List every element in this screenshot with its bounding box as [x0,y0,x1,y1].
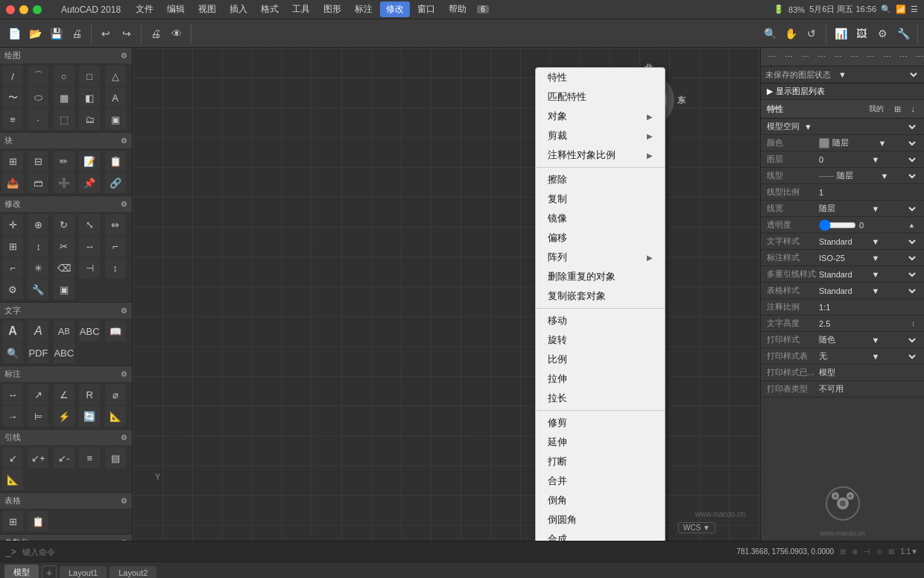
move-icon[interactable]: ✛ [2,214,23,235]
menu-trim[interactable]: 修剪 [536,413,665,433]
menu-icon[interactable]: ☰ [911,4,918,14]
sidebar-draw-header[interactable]: 绘图 ⚙ [0,48,132,63]
menu-dimension[interactable]: 标注 [349,1,379,17]
tab-layout1[interactable]: Layout1 [60,566,107,579]
textscale-icon[interactable]: ABC [79,321,100,342]
table-gear-icon[interactable]: ⚙ [121,497,127,505]
text-icon[interactable]: A [105,87,126,108]
dim-quick-icon[interactable]: ⚡ [54,406,75,427]
hatch-icon[interactable]: ▦ [54,87,75,108]
save-button[interactable]: 💾 [46,24,66,43]
dtext-icon[interactable]: A [28,321,48,342]
close-button[interactable] [6,5,15,14]
dim-aligned-icon[interactable]: ↗ [28,384,48,405]
search-icon[interactable]: 🔍 [881,4,891,14]
gradient-icon[interactable]: ▣ [105,109,126,130]
textconv-icon[interactable]: ABC [54,342,75,363]
copy-icon[interactable]: ⊕ [28,214,48,235]
add-layout-button[interactable]: + [42,565,57,579]
sidebar-param-header[interactable]: 参数化 ⚙ [0,535,132,541]
mleaderadd-icon[interactable]: ↙+ [28,447,48,468]
transparency-up[interactable]: ▲ [905,220,918,230]
print-style-table-select[interactable]: ▼ [867,351,919,362]
layer-status-select[interactable]: ▼ [834,69,920,81]
menu-modify[interactable]: 修改 [380,1,410,17]
mleaderrem-icon[interactable]: ↙- [54,447,75,468]
grid-icon[interactable]: ⊞ [840,547,846,556]
offset-icon[interactable]: ↕ [28,236,48,257]
sidebar-block-header[interactable]: 块 ⚙ [0,133,132,148]
osnap-icon[interactable]: ⊠ [888,547,894,556]
undo-button[interactable]: ↩ [96,24,116,43]
transparency-slider[interactable] [819,221,856,230]
block-icon[interactable]: ⬚ [54,109,75,130]
sidebar-leader-header[interactable]: 引线 ⚙ [0,430,132,445]
mleadercol-icon[interactable]: ▤ [105,447,126,468]
orbit-button[interactable]: ↺ [802,24,821,43]
erase-icon[interactable]: ⌫ [54,257,75,278]
menu-chamfer[interactable]: 倒角 [536,491,665,510]
menu-join[interactable]: 合并 [536,471,665,491]
text-style-select[interactable]: ▼ [867,236,919,248]
insert2-icon[interactable]: ➕ [54,172,75,193]
layer-btn6[interactable]: ⋯ [847,51,861,63]
dim-cont-icon[interactable]: ⊨ [28,406,48,427]
menu-annotation-scale[interactable]: 注释性对象比例 ▶ [536,145,665,165]
show-layer-list-row[interactable]: ▶ 显示图层列表 [761,84,924,100]
menu-copy-nested[interactable]: 复制嵌套对象 [536,286,665,306]
dcl-icon[interactable]: 🗃 [28,172,48,193]
layer-btn4[interactable]: ⋯ [814,51,829,63]
redo-button[interactable]: ↪ [117,24,136,43]
textedit-icon[interactable]: AB [54,321,75,342]
attr-mgr-icon[interactable]: 📋 [105,151,126,172]
render-btn2[interactable]: 🖼 [852,24,871,43]
mleader-icon[interactable]: ↙ [2,447,23,468]
extend-icon[interactable]: ↔ [79,236,100,257]
tablestyle-icon[interactable]: 📋 [28,511,48,532]
mleaderalign-icon[interactable]: ≡ [79,447,100,468]
point-icon[interactable]: · [28,109,48,130]
rotate-icon[interactable]: ↻ [54,214,75,235]
insert-block-icon[interactable]: ⊞ [2,151,23,172]
minimize-button[interactable] [19,5,28,14]
menu-properties[interactable]: 特性 [536,68,665,87]
stretch-icon[interactable]: ↕ [105,257,126,278]
menu-rotate[interactable]: 旋转 [536,330,665,350]
region-icon[interactable]: ◧ [79,87,100,108]
menu-format[interactable]: 格式 [255,1,285,17]
my-btn[interactable]: 我的 [866,102,887,116]
menu-window[interactable]: 窗口 [411,1,441,17]
mline-icon[interactable]: ≡ [2,109,23,130]
dim-update-icon[interactable]: 🔄 [79,406,100,427]
polar-icon[interactable]: ⊙ [876,547,882,556]
properties-icon[interactable]: ⚙ [2,279,23,300]
layer-btn10[interactable]: ⋯ [913,51,924,63]
layer-select[interactable]: ▼ [867,154,919,166]
layer-btn2[interactable]: ⋯ [782,51,796,63]
menu-insert[interactable]: 插入 [224,1,253,17]
dim-style-icon[interactable]: 📐 [105,406,126,427]
trim-icon[interactable]: ✂ [54,236,75,257]
spell-icon[interactable]: 📖 [105,321,126,342]
gear-icon[interactable]: ⚙ [121,51,127,60]
menu-draw[interactable]: 图形 [317,1,347,17]
line-icon[interactable]: / [2,66,23,87]
menu-clip[interactable]: 剪裁 ▶ [536,126,665,145]
layer-btn1[interactable]: ⋯ [765,51,779,63]
menu-blend[interactable]: 合成 [536,530,665,541]
dim-linear-icon[interactable]: ↔ [2,384,23,405]
fillet-icon[interactable]: ⌐ [105,236,126,257]
menu-lengthen[interactable]: 拉长 [536,389,665,408]
space-select[interactable]: ▼ [800,121,918,133]
menu-mirror[interactable]: 镜像 [536,209,665,228]
command-input[interactable] [22,547,731,556]
menu-delete-duplicate[interactable]: 删除重复的对象 [536,267,665,286]
table-icon[interactable]: ⊞ [2,511,23,532]
open-button[interactable]: 📂 [25,24,45,43]
menu-extend[interactable]: 延伸 [536,433,665,452]
make-block-icon[interactable]: ⊟ [28,151,48,172]
pan-button[interactable]: ✋ [781,24,800,43]
annotation-gear-icon[interactable]: ⚙ [121,370,127,378]
menu-view[interactable]: 视图 [192,1,222,17]
block-gear-icon[interactable]: ⚙ [121,136,127,145]
